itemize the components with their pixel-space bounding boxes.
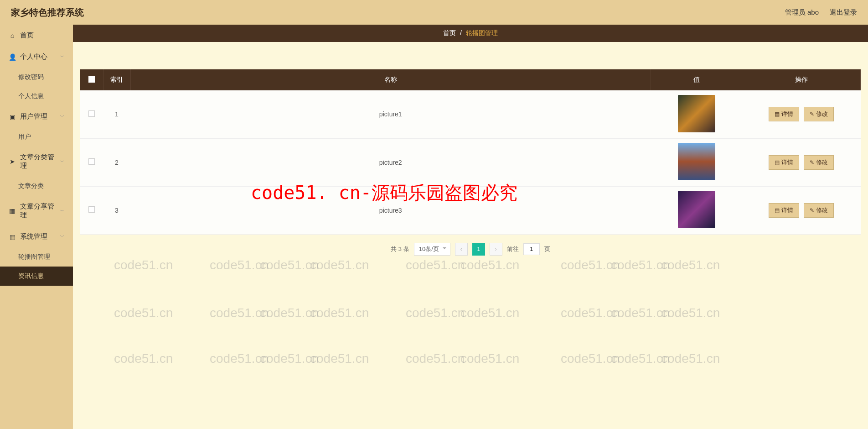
sidebar-item-label: 文章分类管理 (20, 153, 60, 170)
edit-button[interactable]: ✎修改 (804, 203, 834, 218)
prev-page-button[interactable]: ‹ (455, 243, 468, 256)
breadcrumb-sep: / (460, 29, 462, 37)
breadcrumb-home[interactable]: 首页 (443, 29, 456, 37)
chevron-down-icon: ﹀ (60, 158, 65, 165)
edit-button[interactable]: ✎修改 (804, 155, 834, 170)
sidebar-sub-item[interactable]: 轮播图管理 (0, 247, 73, 267)
page-1-button[interactable]: 1 (472, 243, 485, 256)
row-checkbox[interactable] (88, 206, 95, 213)
detail-button[interactable]: ▤详情 (769, 155, 799, 170)
chevron-down-icon: ﹀ (60, 53, 65, 60)
breadcrumb: 首页 / 轮播图管理 (73, 25, 868, 42)
table-row: 2 picture2 ▤详情 ✎修改 (80, 138, 861, 186)
chevron-down-icon: ﹀ (60, 233, 65, 240)
sidebar-sub-item[interactable]: 修改密码 (0, 68, 73, 87)
detail-button[interactable]: ▤详情 (769, 107, 799, 121)
sidebar-item[interactable]: ▦系统管理﹀ (0, 226, 73, 247)
user-icon: 👤 (8, 53, 16, 61)
grid-icon: ▦ (8, 233, 16, 241)
grid-icon: ▦ (8, 207, 16, 214)
sidebar-sub-item[interactable]: 个人信息 (0, 87, 73, 106)
data-table: 索引 名称 值 操作 1 picture1 ▤详情 ✎修改 2 picture2… (80, 69, 861, 235)
image-thumbnail[interactable] (678, 143, 715, 180)
col-value: 值 (651, 69, 742, 90)
col-index: 索引 (103, 69, 130, 90)
cell-name: picture3 (130, 186, 651, 234)
sidebar-sub-item[interactable]: 资讯信息 (0, 267, 73, 286)
sidebar-item[interactable]: 👤个人中心﹀ (0, 46, 73, 68)
users-icon: ▣ (8, 113, 16, 120)
logout-link[interactable]: 退出登录 (830, 8, 857, 17)
pagination-total: 共 3 条 (391, 245, 409, 253)
chevron-down-icon: ﹀ (60, 208, 65, 214)
row-checkbox[interactable] (88, 158, 95, 165)
sidebar-sub-item[interactable]: 用户 (0, 127, 73, 146)
col-action: 操作 (742, 69, 861, 90)
sidebar-item[interactable]: ⌂首页 (0, 25, 73, 46)
edit-icon: ✎ (810, 111, 814, 117)
cell-index: 2 (103, 138, 130, 186)
goto-suffix: 页 (544, 245, 550, 253)
breadcrumb-current: 轮播图管理 (466, 29, 498, 37)
main-content: 首页 / 轮播图管理 索引 名称 值 操作 1 picture1 (73, 25, 868, 429)
cell-name: picture2 (130, 138, 651, 186)
next-page-button[interactable]: › (490, 243, 502, 256)
sidebar-item-label: 用户管理 (20, 112, 47, 121)
app-title: 家乡特色推荐系统 (11, 6, 84, 19)
sidebar: ⌂首页👤个人中心﹀修改密码个人信息▣用户管理﹀用户➤文章分类管理﹀文章分类▦文章… (0, 25, 73, 429)
detail-icon: ▤ (775, 111, 780, 117)
cell-index: 3 (103, 186, 130, 234)
sidebar-item-label: 个人中心 (20, 52, 47, 61)
detail-button[interactable]: ▤详情 (769, 203, 799, 218)
row-checkbox[interactable] (88, 110, 95, 117)
image-thumbnail[interactable] (678, 95, 715, 132)
goto-page-input[interactable] (523, 243, 540, 255)
edit-icon: ✎ (810, 159, 814, 166)
home-icon: ⌂ (8, 32, 16, 39)
cell-index: 1 (103, 90, 130, 138)
goto-prefix: 前往 (507, 245, 519, 253)
send-icon: ➤ (8, 158, 16, 165)
cell-name: picture1 (130, 90, 651, 138)
sidebar-item[interactable]: ➤文章分类管理﹀ (0, 146, 73, 177)
sidebar-item[interactable]: ▣用户管理﹀ (0, 106, 73, 127)
image-thumbnail[interactable] (678, 191, 715, 228)
sidebar-item[interactable]: ▦文章分享管理﹀ (0, 196, 73, 226)
col-name: 名称 (130, 69, 651, 90)
edit-icon: ✎ (810, 207, 814, 214)
sidebar-sub-item[interactable]: 文章分类 (0, 177, 73, 196)
detail-icon: ▤ (775, 159, 780, 166)
chevron-down-icon: ﹀ (60, 113, 65, 120)
admin-label[interactable]: 管理员 abo (785, 8, 819, 17)
sidebar-item-label: 系统管理 (20, 232, 47, 241)
sidebar-item-label: 文章分享管理 (20, 202, 60, 220)
pagination: 共 3 条 10条/页 ‹ 1 › 前往 页 (80, 235, 861, 264)
sidebar-item-label: 首页 (20, 31, 34, 40)
select-all-checkbox[interactable] (88, 76, 95, 83)
table-row: 3 picture3 ▤详情 ✎修改 (80, 186, 861, 234)
detail-icon: ▤ (775, 207, 780, 214)
edit-button[interactable]: ✎修改 (804, 107, 834, 121)
top-bar: 家乡特色推荐系统 管理员 abo 退出登录 (0, 0, 868, 25)
table-row: 1 picture1 ▤详情 ✎修改 (80, 90, 861, 138)
page-size-select[interactable]: 10条/页 (414, 243, 450, 256)
